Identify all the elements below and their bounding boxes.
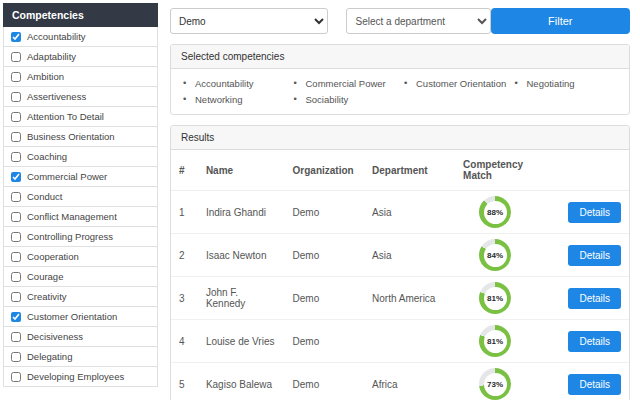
competency-label: Delegating: [27, 351, 72, 362]
details-button[interactable]: Details: [568, 288, 621, 309]
results-title: Results: [171, 126, 629, 150]
col-details: [558, 150, 629, 191]
competency-label: Attention To Detail: [27, 111, 104, 122]
competency-checkbox[interactable]: [11, 32, 21, 42]
competency-label: Creativity: [27, 291, 67, 302]
competency-checkbox[interactable]: [11, 92, 21, 102]
selected-competencies-list: AccountabilityCommercial PowerCustomer O…: [179, 78, 621, 105]
competency-checkbox-item[interactable]: Courage: [3, 267, 158, 287]
match-percent: 81%: [484, 287, 507, 310]
competency-checkbox[interactable]: [11, 352, 21, 362]
selected-competencies-panel: Selected competencies AccountabilityComm…: [170, 44, 630, 115]
competency-checkbox-item[interactable]: Controlling Progress: [3, 227, 158, 247]
competency-checkbox[interactable]: [11, 232, 21, 242]
competency-label: Developing Employees: [27, 371, 124, 382]
competency-label: Cooperation: [27, 251, 79, 262]
department-select[interactable]: Select a department: [346, 8, 490, 34]
competency-checkbox[interactable]: [11, 372, 21, 382]
competency-checkbox-item[interactable]: Delegating: [3, 347, 158, 367]
organization-cell: Demo: [285, 363, 365, 400]
competency-checkbox[interactable]: [11, 152, 21, 162]
competency-checkbox[interactable]: [11, 252, 21, 262]
competency-checkbox[interactable]: [11, 212, 21, 222]
organization-select[interactable]: Demo: [170, 8, 328, 34]
competency-match-ring: 84%: [479, 239, 511, 271]
results-panel: Results # Name Organization Department C…: [170, 125, 630, 400]
selected-competencies-title: Selected competencies: [171, 45, 629, 69]
details-button[interactable]: Details: [568, 331, 621, 352]
competency-label: Decisiveness: [27, 331, 83, 342]
department-cell: Asia: [364, 234, 455, 277]
details-button[interactable]: Details: [568, 245, 621, 266]
row-number: 5: [171, 363, 198, 400]
competency-label: Controlling Progress: [27, 231, 113, 242]
competency-checkbox-item[interactable]: Ambition: [3, 67, 158, 87]
competency-checkbox-item[interactable]: Cooperation: [3, 247, 158, 267]
competency-checkbox-item[interactable]: Accountability: [3, 27, 158, 47]
row-number: 1: [171, 191, 198, 234]
department-cell: North America: [364, 277, 455, 320]
competency-label: Business Orientation: [27, 131, 115, 142]
competency-checkbox[interactable]: [11, 312, 21, 322]
competency-checkbox-item[interactable]: Assertiveness: [3, 87, 158, 107]
person-name: Indira Ghandi: [198, 191, 285, 234]
col-department: Department: [364, 150, 455, 191]
filter-button[interactable]: Filter: [491, 8, 630, 34]
row-number: 3: [171, 277, 198, 320]
department-cell: [364, 320, 455, 363]
competency-match-ring: 88%: [479, 196, 511, 228]
competency-checkbox-item[interactable]: Decisiveness: [3, 327, 158, 347]
person-name: Isaac Newton: [198, 234, 285, 277]
competency-label: Ambition: [27, 71, 64, 82]
selected-competency: Customer Orientation: [400, 78, 511, 89]
competency-checkbox-item[interactable]: Coaching: [3, 147, 158, 167]
filter-toolbar: Demo Select a department Filter: [170, 8, 630, 34]
competency-checkbox-item[interactable]: Business Orientation: [3, 127, 158, 147]
competency-label: Conduct: [27, 191, 62, 202]
competency-checkbox[interactable]: [11, 172, 21, 182]
competency-checkbox-item[interactable]: Conduct: [3, 187, 158, 207]
match-percent: 88%: [484, 201, 507, 224]
competency-label: Courage: [27, 271, 63, 282]
match-percent: 84%: [484, 244, 507, 267]
department-cell: Africa: [364, 363, 455, 400]
competency-checkbox-item[interactable]: Creativity: [3, 287, 158, 307]
main-content: Demo Select a department Filter Selected…: [158, 0, 640, 400]
person-name: John F. Kennedy: [198, 277, 285, 320]
competency-label: Conflict Management: [27, 211, 117, 222]
details-button[interactable]: Details: [568, 202, 621, 223]
competency-checkbox[interactable]: [11, 112, 21, 122]
row-number: 4: [171, 320, 198, 363]
competency-checkbox-item[interactable]: Customer Orientation: [3, 307, 158, 327]
competency-checkbox[interactable]: [11, 192, 21, 202]
details-button[interactable]: Details: [568, 374, 621, 395]
competency-checkbox[interactable]: [11, 72, 21, 82]
result-row: 5 Kagiso Balewa Demo Africa 73% Details: [171, 363, 629, 400]
competency-checkbox[interactable]: [11, 52, 21, 62]
col-number: #: [171, 150, 198, 191]
department-cell: Asia: [364, 191, 455, 234]
competency-label: Coaching: [27, 151, 67, 162]
competency-label: Customer Orientation: [27, 311, 117, 322]
competency-label: Accountability: [27, 31, 86, 42]
competency-checkbox-item[interactable]: Developing Employees: [3, 367, 158, 387]
competency-checkbox-item[interactable]: Attention To Detail: [3, 107, 158, 127]
competency-label: Adaptability: [27, 51, 76, 62]
competency-checkbox-item[interactable]: Commercial Power: [3, 167, 158, 187]
competency-checkbox[interactable]: [11, 292, 21, 302]
competency-match-ring: 73%: [479, 368, 511, 400]
competency-checkbox-item[interactable]: Adaptability: [3, 47, 158, 67]
competency-list: Accountability Adaptability Ambition Ass…: [3, 27, 158, 387]
competency-checkbox[interactable]: [11, 272, 21, 282]
organization-cell: Demo: [285, 320, 365, 363]
competency-checkbox[interactable]: [11, 132, 21, 142]
result-row: 3 John F. Kennedy Demo North America 81%…: [171, 277, 629, 320]
competency-label: Assertiveness: [27, 91, 86, 102]
result-row: 2 Isaac Newton Demo Asia 84% Details: [171, 234, 629, 277]
competency-checkbox[interactable]: [11, 332, 21, 342]
selected-competency: Networking: [179, 94, 290, 105]
competency-checkbox-item[interactable]: Conflict Management: [3, 207, 158, 227]
results-header-row: # Name Organization Department Competenc…: [171, 150, 629, 191]
col-name: Name: [198, 150, 285, 191]
organization-cell: Demo: [285, 277, 365, 320]
